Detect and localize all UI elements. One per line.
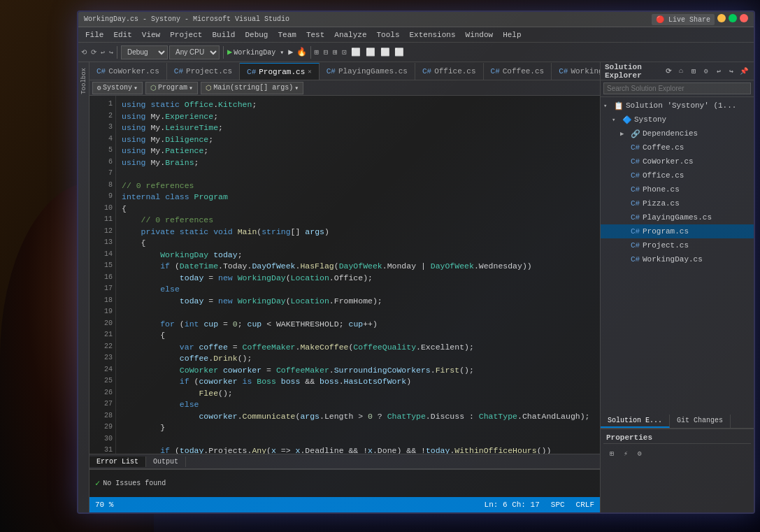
run-button[interactable]: ▶ bbox=[227, 47, 232, 57]
tab-project[interactable]: C# Project.cs bbox=[167, 63, 240, 80]
back-icon[interactable]: ↩ bbox=[713, 66, 724, 77]
method-nav[interactable]: ⬡ Main(string[] args) ▾ bbox=[201, 82, 303, 94]
menu-project[interactable]: Project bbox=[166, 29, 206, 41]
code-line-17: else bbox=[122, 283, 594, 295]
code-line-12: private static void Main(string[] args) bbox=[122, 226, 594, 238]
live-share-btn[interactable]: 🔴 Live Share bbox=[652, 14, 715, 25]
office-file-icon: C# bbox=[631, 171, 640, 180]
menu-build[interactable]: Build bbox=[208, 29, 239, 41]
coffee-label: Coffee.cs bbox=[643, 143, 684, 152]
tree-program[interactable]: C# Program.cs bbox=[601, 224, 754, 238]
solution-icon: 📋 bbox=[614, 101, 624, 110]
code-line-26: Flee(); bbox=[122, 387, 594, 399]
code-line-13: { bbox=[122, 237, 594, 249]
menu-help[interactable]: Help bbox=[499, 29, 525, 41]
menu-window[interactable]: Window bbox=[461, 29, 498, 41]
monitor-screen: WorkingDay.cs - Systony - Microsoft Visu… bbox=[77, 10, 755, 514]
tree-pizza[interactable]: C# Pizza.cs bbox=[601, 196, 754, 210]
tree-solution[interactable]: ▾ 📋 Solution 'Systony' (1... bbox=[601, 99, 754, 113]
project-arrow: ▾ bbox=[612, 116, 620, 124]
tree-workingday[interactable]: C# WorkingDay.cs bbox=[601, 252, 754, 266]
toolbar-icons-left: ⟲ ⟳ ↩ ↪ bbox=[81, 48, 113, 57]
filter-icon[interactable]: ⊞ bbox=[688, 66, 699, 77]
namespace-nav[interactable]: ⚙ Systony ▾ bbox=[92, 82, 143, 94]
menu-extensions[interactable]: Extensions bbox=[406, 29, 460, 41]
visual-studio-ide: WorkingDay.cs - Systony - Microsoft Visu… bbox=[78, 12, 754, 512]
tree-playinggames[interactable]: C# PlayingGames.cs bbox=[601, 210, 754, 224]
tree-project[interactable]: ▾ 🔷 Systony bbox=[601, 113, 754, 127]
workingday-file-icon: C# bbox=[631, 255, 640, 264]
tree-phone[interactable]: C# Phone.cs bbox=[601, 182, 754, 196]
code-editor[interactable]: 12345 678910 1112131415 1617181920 21222… bbox=[89, 96, 600, 454]
debug-config-select[interactable]: Debug Release bbox=[121, 45, 168, 59]
code-content[interactable]: using static Office.Kitchen; using My.Ex… bbox=[116, 96, 600, 454]
class-nav[interactable]: ⬡ Program ▾ bbox=[145, 82, 198, 94]
menu-debug[interactable]: Debug bbox=[241, 29, 272, 41]
home-icon[interactable]: ⌂ bbox=[675, 66, 687, 77]
code-line-15: if (DateTime.Today.DayOfWeek.HasFlag(Day… bbox=[122, 260, 594, 272]
menu-team[interactable]: Team bbox=[273, 29, 300, 41]
code-line-28: coworker.Communicate(args.Length > 0 ? C… bbox=[122, 410, 594, 422]
tab-program[interactable]: C# Program.cs ✕ bbox=[240, 63, 320, 80]
pin-icon[interactable]: 📌 bbox=[738, 66, 750, 77]
tab-office[interactable]: C# Office.cs bbox=[415, 63, 484, 80]
tab-playinggames[interactable]: C# PlayingGames.cs bbox=[320, 63, 415, 80]
title-bar-text: WorkingDay.cs - Systony - Microsoft Visu… bbox=[84, 15, 289, 23]
tree-coworker[interactable]: C# CoWorker.cs bbox=[601, 154, 754, 168]
tree-project-cs[interactable]: C# Project.cs bbox=[601, 238, 754, 252]
props-events-icon[interactable]: ⚙ bbox=[634, 448, 645, 459]
code-line-11: // 0 references bbox=[122, 214, 594, 226]
tree-office[interactable]: C# Office.cs bbox=[601, 168, 754, 182]
solution-explorer-tab[interactable]: Solution E... bbox=[601, 415, 670, 428]
close-button[interactable] bbox=[740, 14, 748, 22]
code-line-6: using My.Brains; bbox=[122, 157, 594, 168]
tab-bar: C# CoWorker.cs C# Project.cs C# Program.… bbox=[89, 62, 600, 80]
search-box-container bbox=[601, 80, 754, 97]
solution-explorer-title: Solution Explorer bbox=[605, 63, 660, 80]
tab-error-list[interactable]: Error List bbox=[89, 456, 146, 467]
menu-tools[interactable]: Tools bbox=[373, 29, 404, 41]
props-grid-icon[interactable]: ⊞ bbox=[606, 448, 617, 459]
code-line-7 bbox=[122, 168, 594, 180]
menu-edit[interactable]: Edit bbox=[109, 29, 136, 41]
props-sort-icon[interactable]: ⚡ bbox=[620, 448, 631, 459]
phone-file-icon: C# bbox=[631, 185, 640, 194]
dependencies-arrow: ▶ bbox=[620, 130, 629, 138]
properties-toolbar: ⊞ ⚡ ⚙ bbox=[603, 447, 751, 461]
project-label: Systony bbox=[634, 115, 666, 124]
code-line-4: using My.Diligence; bbox=[122, 134, 594, 145]
toolbar-icons-right: ⊞ ⊟ ⊞ ⊡ ⬜ ⬜ ⬜ ⬜ bbox=[315, 48, 405, 57]
line-numbers: 12345 678910 1112131415 1617181920 21222… bbox=[89, 96, 116, 454]
menu-test[interactable]: Test bbox=[302, 29, 329, 41]
tab-coffee[interactable]: C# Coffee.cs bbox=[484, 63, 552, 80]
code-line-23: coffee.Drink(); bbox=[122, 352, 594, 364]
tab-close-program[interactable]: ✕ bbox=[308, 68, 311, 76]
sync-icon[interactable]: ⟳ bbox=[663, 66, 674, 77]
maximize-button[interactable] bbox=[729, 14, 737, 22]
project-icon: 🔷 bbox=[622, 115, 632, 124]
menu-view[interactable]: View bbox=[138, 29, 164, 41]
forward-icon[interactable]: ↪ bbox=[726, 66, 737, 77]
toolbox-tab[interactable]: Toolbox bbox=[79, 65, 89, 97]
main-content: Toolbox C# CoWorker.cs C# Project.cs C# bbox=[78, 62, 754, 512]
tab-coworker[interactable]: C# CoWorker.cs bbox=[89, 63, 167, 80]
tree-dependencies[interactable]: ▶ 🔗 Dependencies bbox=[601, 127, 754, 141]
solution-search-input[interactable] bbox=[603, 82, 751, 94]
code-line-21: { bbox=[122, 329, 594, 341]
left-sidebar: Toolbox bbox=[78, 62, 89, 512]
cpu-select[interactable]: Any CPU x64 bbox=[169, 45, 220, 59]
menu-analyze[interactable]: Analyze bbox=[330, 29, 371, 41]
minimize-button[interactable] bbox=[717, 14, 726, 22]
settings-icon[interactable]: ⚙ bbox=[701, 66, 712, 77]
tab-workingday[interactable]: C# WorkingDay.cs bbox=[552, 63, 600, 80]
run-label[interactable]: WorkingDay ▾ bbox=[234, 48, 284, 57]
code-line-24: CoWorker coworker = CoffeeMaker.Surround… bbox=[122, 364, 594, 376]
tab-output[interactable]: Output bbox=[146, 456, 186, 467]
git-changes-tab[interactable]: Git Changes bbox=[670, 415, 731, 428]
play-next-button[interactable]: ▶ bbox=[288, 47, 293, 57]
code-line-30 bbox=[122, 433, 594, 445]
tree-coffee[interactable]: C# Coffee.cs bbox=[601, 141, 754, 154]
hot-reload-button[interactable]: 🔥 bbox=[296, 47, 307, 57]
menu-file[interactable]: File bbox=[81, 29, 108, 41]
pizza-label: Pizza.cs bbox=[643, 199, 680, 208]
